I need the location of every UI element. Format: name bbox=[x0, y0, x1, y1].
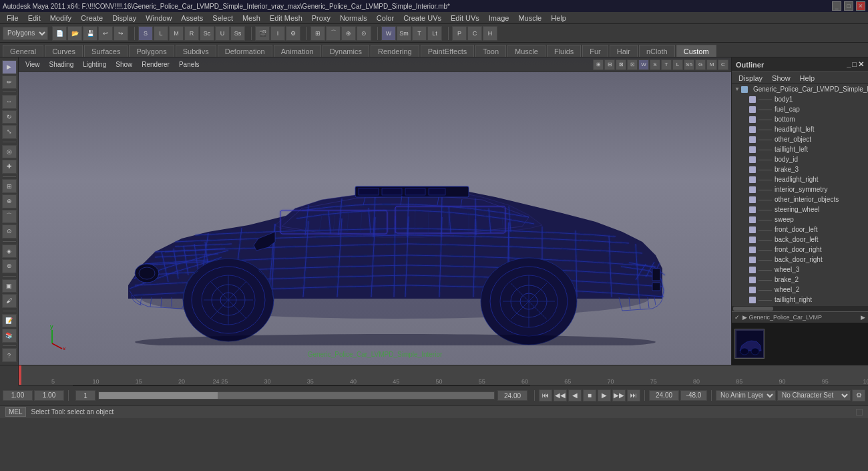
prev-frame-btn[interactable]: ◀ bbox=[568, 389, 582, 402]
outliner-item[interactable]: ——headlight_right bbox=[732, 174, 868, 184]
soft-select-btn[interactable]: ◎ bbox=[2, 145, 17, 159]
tab-general[interactable]: General bbox=[3, 45, 43, 57]
range-track[interactable] bbox=[98, 391, 495, 400]
vp-texture-icon[interactable]: T bbox=[661, 59, 672, 70]
stop-btn[interactable]: ■ bbox=[583, 389, 596, 402]
wire-display[interactable]: W bbox=[381, 26, 396, 41]
outliner-item[interactable]: ——body_id bbox=[732, 154, 868, 164]
outliner-item[interactable]: ——back_door_left bbox=[732, 234, 868, 245]
minimize-button[interactable]: _ bbox=[832, 1, 841, 11]
play-btn[interactable]: ▶ bbox=[598, 389, 611, 402]
vp-icon-4[interactable]: ⊡ bbox=[627, 59, 638, 70]
render-preview[interactable]: ▣ bbox=[2, 279, 17, 293]
go-start-btn[interactable]: ⏮ bbox=[539, 389, 552, 402]
window-controls[interactable]: _ □ ✕ bbox=[832, 1, 865, 11]
ipr-btn[interactable]: I bbox=[270, 26, 285, 41]
anim-layer-select[interactable]: No Anim Layer bbox=[716, 390, 776, 401]
open-btn[interactable]: 📂 bbox=[67, 26, 82, 41]
menu-help[interactable]: Help bbox=[547, 13, 570, 23]
render-settings[interactable]: ⚙ bbox=[286, 26, 300, 41]
menu-file[interactable]: File bbox=[3, 13, 23, 23]
vp-manip-icon[interactable]: M bbox=[706, 59, 717, 70]
outliner-item[interactable]: ——fuel_cap bbox=[732, 104, 868, 114]
outliner-item[interactable]: ——wheel_2 bbox=[732, 285, 868, 295]
scale-tool[interactable]: Sc bbox=[200, 26, 214, 41]
tab-deformation[interactable]: Deformation bbox=[218, 45, 272, 57]
range-start-input[interactable] bbox=[75, 390, 95, 401]
outliner-item[interactable]: ——taillight_left bbox=[732, 144, 868, 154]
smooth-display[interactable]: Sm bbox=[397, 26, 411, 41]
tab-surfaces[interactable]: Surfaces bbox=[84, 45, 128, 57]
snap-to-surface[interactable]: ⊙ bbox=[2, 224, 17, 239]
tab-dynamics[interactable]: Dynamics bbox=[322, 45, 369, 57]
snap-curve[interactable]: ⌒ bbox=[326, 26, 341, 41]
vp-smooth-icon[interactable]: S bbox=[650, 59, 660, 70]
viewport[interactable]: View Shading Lighting Show Renderer Pane… bbox=[19, 57, 731, 365]
vp-light-icon[interactable]: L bbox=[672, 59, 683, 70]
save-btn[interactable]: 💾 bbox=[83, 26, 97, 41]
vp-lighting-menu[interactable]: Lighting bbox=[79, 60, 110, 69]
script-editor[interactable]: 📝 bbox=[2, 314, 17, 328]
outliner-minimize[interactable]: _ bbox=[847, 60, 851, 69]
universal-tool[interactable]: U bbox=[215, 26, 230, 41]
new-btn[interactable]: 📄 bbox=[52, 26, 67, 41]
vp-icon-3[interactable]: ⊠ bbox=[616, 59, 626, 70]
outliner-item[interactable]: ——other_object bbox=[732, 134, 868, 144]
tab-fluids[interactable]: Fluids bbox=[547, 45, 581, 57]
persp-toggle[interactable]: P bbox=[452, 26, 467, 41]
outliner-item[interactable]: ——headlight_left bbox=[732, 124, 868, 134]
shelf-editor[interactable]: 📚 bbox=[2, 329, 17, 343]
menu-image[interactable]: Image bbox=[485, 13, 513, 23]
snap-grid[interactable]: ⊞ bbox=[310, 26, 325, 41]
outliner-scroll-x[interactable] bbox=[732, 306, 868, 311]
outliner-list[interactable]: ▼Generic_Police_Car_LVMPD_Simple_Interio… bbox=[732, 84, 868, 306]
snap-to-curve[interactable]: ⌒ bbox=[2, 210, 17, 224]
outliner-item[interactable]: ——body1 bbox=[732, 94, 868, 104]
rotate-btn[interactable]: ↻ bbox=[2, 110, 17, 124]
move-tool[interactable]: M bbox=[169, 26, 184, 41]
next-frame-btn[interactable]: ▶▶ bbox=[612, 389, 626, 402]
current-time-field[interactable] bbox=[34, 390, 64, 401]
menu-edit-uvs[interactable]: Edit UVs bbox=[447, 13, 483, 23]
camera-tool[interactable]: C bbox=[467, 26, 482, 41]
tab-muscle[interactable]: Muscle bbox=[507, 45, 546, 57]
lasso-tool[interactable]: L bbox=[154, 26, 168, 41]
menu-proxy[interactable]: Proxy bbox=[308, 13, 335, 23]
outliner-scroll-thumb[interactable] bbox=[733, 307, 773, 311]
tab-custom[interactable]: Custom bbox=[676, 45, 716, 57]
outliner-item[interactable]: ——steering_wheel bbox=[732, 204, 868, 214]
current-frame-start[interactable] bbox=[3, 390, 33, 401]
menu-muscle[interactable]: Muscle bbox=[514, 13, 546, 23]
menu-create[interactable]: Create bbox=[77, 13, 107, 23]
tab-fur[interactable]: Fur bbox=[582, 45, 608, 57]
menu-window[interactable]: Window bbox=[142, 13, 176, 23]
tab-painteffects[interactable]: PaintEffects bbox=[421, 45, 475, 57]
help-btn[interactable]: ? bbox=[2, 348, 17, 362]
vp-grid-icon[interactable]: G bbox=[695, 59, 706, 70]
step-back-btn[interactable]: ◀◀ bbox=[554, 389, 567, 402]
vp-panels-menu[interactable]: Panels bbox=[175, 60, 204, 69]
range-end-input[interactable] bbox=[497, 390, 527, 401]
maximize-button[interactable]: □ bbox=[844, 1, 853, 11]
vp-wire-icon[interactable]: W bbox=[638, 59, 649, 70]
render-btn[interactable]: 🎬 bbox=[255, 26, 270, 41]
menu-mesh[interactable]: Mesh bbox=[238, 13, 264, 23]
go-end-btn[interactable]: ⏭ bbox=[627, 389, 640, 402]
char-set-select[interactable]: No Character Set bbox=[777, 390, 851, 401]
outliner-item[interactable]: ——brake_2 bbox=[732, 275, 868, 285]
vp-renderer-menu[interactable]: Renderer bbox=[138, 60, 174, 69]
mode-dropdown[interactable]: Polygons bbox=[3, 27, 48, 40]
undo-btn[interactable]: ↩ bbox=[98, 26, 113, 41]
outliner-item[interactable]: ——interior_symmetry bbox=[732, 184, 868, 194]
history-btn[interactable]: H bbox=[483, 26, 497, 41]
vp-shading-menu[interactable]: Shading bbox=[45, 60, 78, 69]
redo-btn[interactable]: ↪ bbox=[114, 26, 128, 41]
outliner-item[interactable]: ——back_door_right bbox=[732, 255, 868, 265]
tab-rendering[interactable]: Rendering bbox=[371, 45, 419, 57]
outliner-item[interactable]: ——brake_3 bbox=[732, 164, 868, 174]
vp-icon-1[interactable]: ⊞ bbox=[593, 59, 604, 70]
soft-select[interactable]: Ss bbox=[230, 26, 245, 41]
menu-select[interactable]: Select bbox=[208, 13, 237, 23]
outliner-item[interactable]: ——other_interior_objects bbox=[732, 194, 868, 204]
outliner-item[interactable]: ——front_door_left bbox=[732, 224, 868, 234]
